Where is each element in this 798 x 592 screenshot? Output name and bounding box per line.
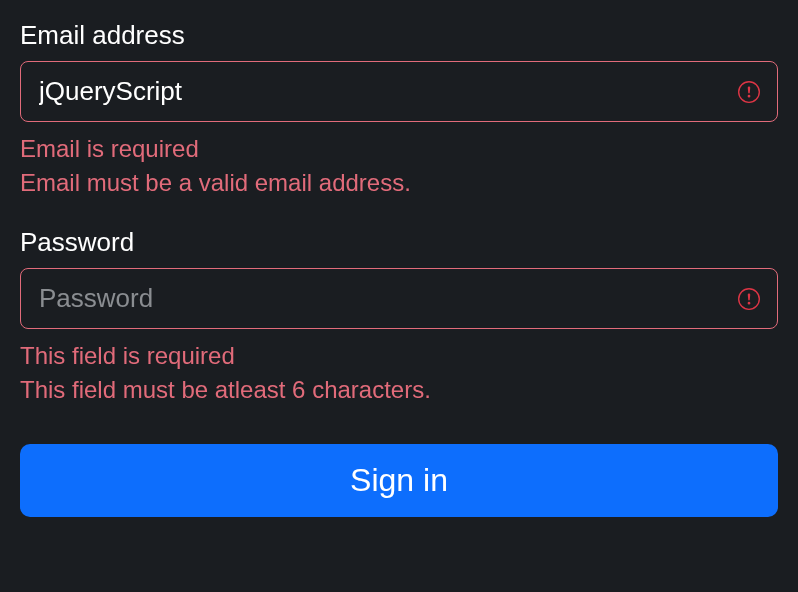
error-icon	[738, 81, 760, 103]
signin-button[interactable]: Sign in	[20, 444, 778, 517]
email-field[interactable]	[20, 61, 778, 122]
password-label: Password	[20, 227, 778, 258]
email-label: Email address	[20, 20, 778, 51]
email-group: Email address Email is required Email mu…	[20, 20, 778, 199]
email-error-required: Email is required	[20, 132, 778, 166]
password-errors: This field is required This field must b…	[20, 339, 778, 406]
error-icon	[738, 288, 760, 310]
email-input-wrapper	[20, 61, 778, 122]
email-errors: Email is required Email must be a valid …	[20, 132, 778, 199]
password-error-required: This field is required	[20, 339, 778, 373]
password-group: Password This field is required This fie…	[20, 227, 778, 406]
password-error-minlength: This field must be atleast 6 characters.	[20, 373, 778, 407]
email-error-valid: Email must be a valid email address.	[20, 166, 778, 200]
signin-form: Email address Email is required Email mu…	[20, 20, 778, 517]
password-input-wrapper	[20, 268, 778, 329]
password-field[interactable]	[20, 268, 778, 329]
